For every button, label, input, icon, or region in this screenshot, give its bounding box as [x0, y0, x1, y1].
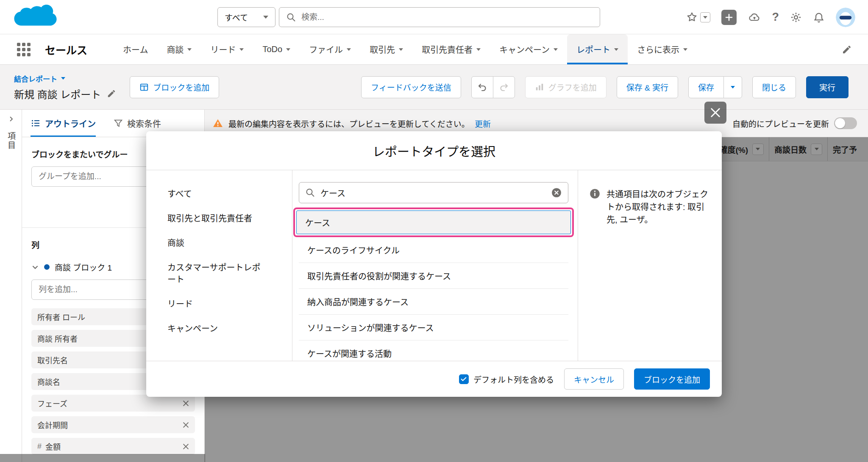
auto-update-label: 自動的にプレビューを更新: [732, 118, 829, 129]
salesforce-logo: [13, 4, 57, 31]
global-create-button[interactable]: [721, 10, 737, 25]
refresh-preview-link[interactable]: 更新: [475, 118, 491, 129]
result-row-case[interactable]: ケース: [296, 210, 571, 234]
result-row[interactable]: 納入商品が関連するケース: [299, 289, 568, 315]
modal-close-button[interactable]: [704, 102, 726, 124]
column-chip[interactable]: 会計期間: [31, 416, 195, 433]
result-row[interactable]: ケースが関連する活動: [299, 340, 568, 361]
add-chart-button[interactable]: グラフを追加: [525, 76, 606, 98]
category-leads[interactable]: リード: [167, 298, 262, 310]
expand-fields-button[interactable]: [8, 116, 14, 122]
chevron-down-icon: [554, 48, 558, 51]
nav-tab-files[interactable]: ファイル: [300, 34, 360, 64]
favorites-menu-button[interactable]: [700, 12, 710, 22]
close-button[interactable]: 閉じる: [752, 76, 796, 98]
help-button[interactable]: ?: [772, 11, 779, 24]
undo-button[interactable]: [471, 76, 493, 98]
list-icon: [31, 118, 41, 128]
notifications-button[interactable]: [813, 11, 825, 23]
send-feedback-button[interactable]: フィードバックを送信: [361, 76, 461, 98]
app-launcher-button[interactable]: [17, 43, 31, 56]
report-title: 新規 商談 レポート: [14, 86, 101, 101]
check-icon: [460, 376, 467, 382]
remove-column-button[interactable]: [183, 443, 189, 450]
close-icon: [183, 422, 189, 428]
result-row[interactable]: ケースのライフサイクル: [299, 237, 568, 263]
warning-icon: [212, 118, 223, 128]
include-default-columns-checkbox[interactable]: [459, 374, 469, 384]
cancel-button[interactable]: キャンセル: [564, 368, 624, 390]
column-chip[interactable]: #金額: [31, 438, 195, 455]
close-icon: [183, 400, 189, 407]
report-type-search-input[interactable]: [320, 188, 546, 198]
category-campaigns[interactable]: キャンペーン: [167, 323, 262, 335]
chevron-down-icon: [286, 48, 290, 51]
chevron-down-icon: [263, 16, 268, 19]
report-type-results: ケース ケースのライフサイクル 取引先責任者の役割が関連するケース 納入商品が関…: [292, 170, 578, 361]
user-avatar[interactable]: [836, 8, 855, 27]
edit-nav-button[interactable]: [842, 44, 852, 55]
info-icon: [589, 188, 601, 199]
chart-icon: [535, 83, 544, 92]
chevron-down-icon: [476, 48, 481, 51]
nav-tab-reports[interactable]: レポート: [567, 34, 628, 64]
report-type-search[interactable]: [299, 182, 568, 203]
global-search[interactable]: [279, 7, 600, 27]
numeric-field-icon: #: [37, 442, 42, 451]
fields-rail-label: 項目: [5, 132, 17, 150]
redo-button[interactable]: [493, 76, 515, 98]
chevron-down-icon: [731, 86, 735, 89]
category-customer-support[interactable]: カスタマーサポートレポート: [167, 262, 262, 285]
column-chip[interactable]: フェーズ: [31, 395, 195, 412]
search-scope-select[interactable]: すべて: [217, 7, 275, 27]
report-type-menu[interactable]: 結合レポート: [14, 73, 116, 84]
chevron-down-icon: [683, 48, 687, 51]
modal-header: レポートタイプを選択: [146, 131, 722, 170]
setup-button[interactable]: [790, 11, 802, 23]
result-row[interactable]: ソリューションが関連するケース: [299, 315, 568, 340]
run-button[interactable]: 実行: [806, 76, 849, 98]
category-accounts-contacts[interactable]: 取引先と取引先責任者: [167, 213, 262, 224]
bell-icon: [813, 11, 825, 23]
trailhead-button[interactable]: [748, 11, 761, 23]
result-row[interactable]: 取引先責任者の役割が関連するケース: [299, 263, 568, 289]
save-button[interactable]: 保存: [688, 76, 724, 98]
auto-update-toggle[interactable]: [834, 117, 857, 129]
nav-tab-opportunities[interactable]: 商談: [157, 34, 201, 64]
block-color-dot: [44, 264, 50, 270]
chevron-down-icon: [347, 48, 351, 51]
report-type-categories: すべて 取引先と取引先責任者 商談 カスタマーサポートレポート リード キャンペ…: [146, 170, 292, 361]
remove-column-button[interactable]: [183, 400, 189, 407]
nav-tab-accounts[interactable]: 取引先: [360, 34, 412, 64]
nav-tab-tasks[interactable]: ToDo: [253, 34, 300, 64]
app-name: セールス: [45, 42, 87, 57]
favorites-button[interactable]: [686, 11, 698, 23]
global-search-input[interactable]: [301, 13, 593, 22]
nav-tab-campaigns[interactable]: キャンペーン: [490, 34, 567, 64]
nav-tab-leads[interactable]: リード: [201, 34, 253, 64]
report-type-info: 共通項目は次のオブジェクトから取得されます: 取引先, ユーザ。: [578, 170, 722, 361]
nav-tab-more[interactable]: さらに表示: [628, 34, 697, 64]
header-icons: ?: [686, 0, 856, 34]
chevron-down-icon: [61, 77, 65, 80]
question-icon: ?: [772, 11, 779, 24]
clear-icon: [551, 187, 562, 198]
category-all[interactable]: すべて: [167, 188, 262, 200]
category-opportunities[interactable]: 商談: [167, 237, 262, 249]
plus-icon: [725, 13, 733, 22]
chevron-down-icon: [239, 48, 244, 51]
modal-add-block-button[interactable]: ブロックを追加: [634, 368, 710, 390]
remove-column-button[interactable]: [183, 422, 189, 428]
fields-rail: 項目: [0, 110, 22, 462]
tab-outline[interactable]: アウトライン: [31, 110, 96, 137]
add-block-button[interactable]: ブロックを追加: [130, 76, 219, 98]
clear-search-button[interactable]: [551, 187, 562, 198]
close-icon: [709, 107, 721, 119]
nav-tab-home[interactable]: ホーム: [114, 34, 157, 64]
save-and-run-button[interactable]: 保存 & 実行: [617, 76, 678, 98]
nav-tab-contacts[interactable]: 取引先責任者: [412, 34, 490, 64]
close-icon: [183, 443, 189, 450]
modal-backdrop-strip: [0, 454, 205, 462]
edit-title-button[interactable]: [107, 89, 116, 98]
save-menu-button[interactable]: [723, 76, 742, 98]
